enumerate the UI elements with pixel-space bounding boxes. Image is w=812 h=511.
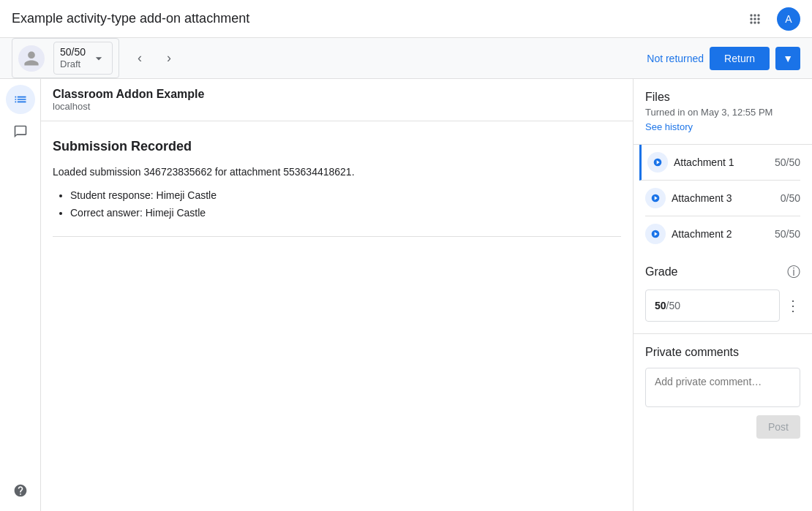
grade-input-box[interactable]: 50 /50 xyxy=(645,289,780,322)
next-student-button[interactable]: › xyxy=(157,47,181,70)
private-comment-input[interactable] xyxy=(645,368,800,407)
content-header: Classroom Addon Example localhost xyxy=(41,79,633,121)
user-avatar[interactable]: A xyxy=(777,7,800,31)
files-section-title: Files xyxy=(645,91,800,104)
comments-title: Private comments xyxy=(645,346,800,359)
student-bar-left: 50/50 Draft xyxy=(12,38,119,78)
attachment-score-3: 50/50 xyxy=(775,228,800,240)
grade-value: 50 xyxy=(655,300,666,311)
svg-point-4 xyxy=(753,21,756,23)
turned-in-text: Turned in on May 3, 12:55 PM xyxy=(645,107,800,118)
grade-header: Grade ⓘ xyxy=(645,263,800,281)
sidebar-icons xyxy=(0,79,41,511)
student-nav: ‹ › xyxy=(128,47,181,70)
svg-point-2 xyxy=(757,14,759,16)
comments-section: Private comments Post xyxy=(634,334,812,450)
not-returned-status: Not returned xyxy=(647,53,704,64)
student-avatar xyxy=(18,45,45,72)
return-dropdown-button[interactable]: ▼ xyxy=(775,47,800,70)
content-divider xyxy=(53,236,621,237)
sidebar-comment-icon-button[interactable] xyxy=(6,117,35,146)
return-button[interactable]: Return xyxy=(710,47,770,70)
attachment-score-2: 0/50 xyxy=(781,192,800,204)
attachment-left-3: Attachment 2 xyxy=(645,224,732,244)
right-panel: Files Turned in on May 3, 12:55 PM See h… xyxy=(633,79,812,511)
attachment-item-1[interactable]: Attachment 1 50/50 xyxy=(639,145,800,181)
student-bar-right: Not returned Return ▼ xyxy=(647,47,800,70)
addon-title: Classroom Addon Example xyxy=(53,88,621,101)
submission-desc: Loaded submission 346723835662 for attac… xyxy=(53,166,621,178)
post-button[interactable]: Post xyxy=(756,415,800,439)
apps-icon-button[interactable] xyxy=(742,6,768,32)
see-history-link[interactable]: See history xyxy=(645,121,693,132)
svg-point-5 xyxy=(757,21,759,23)
attachment-name-1: Attachment 1 xyxy=(674,156,734,168)
addon-subtitle: localhost xyxy=(53,101,621,112)
content-body: Submission Recorded Loaded submission 34… xyxy=(41,121,633,254)
attachments-list: Attachment 1 50/50 Attachment 3 0/50 xyxy=(634,145,812,251)
attachment-icon-1 xyxy=(647,152,668,173)
attachment-icon-3 xyxy=(645,224,666,244)
attachment-item-2[interactable]: Attachment 3 0/50 xyxy=(645,181,800,216)
svg-point-3 xyxy=(750,21,752,23)
student-bar: 50/50 Draft ‹ › Not returned Return ▼ xyxy=(0,38,812,79)
sidebar-list-icon-button[interactable] xyxy=(6,85,35,114)
comments-footer: Post xyxy=(645,415,800,439)
main-layout: Classroom Addon Example localhost Submis… xyxy=(0,79,812,511)
svg-point-0 xyxy=(750,14,752,16)
grade-total: /50 xyxy=(666,300,680,311)
student-selector[interactable]: 50/50 Draft xyxy=(53,42,113,75)
svg-point-1 xyxy=(753,14,756,16)
bullet-item: Student response: Himeji Castle xyxy=(70,189,621,201)
attachment-item-3[interactable]: Attachment 2 50/50 xyxy=(645,216,800,251)
grade-info-icon[interactable]: ⓘ xyxy=(787,263,800,281)
top-bar: Example activity-type add-on attachment … xyxy=(0,0,812,38)
prev-student-button[interactable]: ‹ xyxy=(128,47,151,70)
sidebar-help-icon-button[interactable] xyxy=(6,476,35,505)
attachment-icon-2 xyxy=(645,188,666,208)
submission-bullets: Student response: Himeji Castle Correct … xyxy=(70,189,621,219)
grade-section: Grade ⓘ 50 /50 ⋮ xyxy=(634,251,812,334)
files-section: Files Turned in on May 3, 12:55 PM See h… xyxy=(634,79,812,145)
attachment-score-1: 50/50 xyxy=(775,156,800,168)
grade-title: Grade xyxy=(645,265,677,279)
app-title: Example activity-type add-on attachment xyxy=(12,11,249,26)
attachment-left-1: Attachment 1 xyxy=(647,152,734,173)
attachment-name-3: Attachment 2 xyxy=(672,228,732,240)
top-bar-right: A xyxy=(742,6,800,32)
grade-more-button[interactable]: ⋮ xyxy=(786,297,800,314)
attachment-name-2: Attachment 3 xyxy=(672,192,732,204)
content-area: Classroom Addon Example localhost Submis… xyxy=(41,79,633,511)
submission-title: Submission Recorded xyxy=(53,139,621,154)
grade-input-row: 50 /50 ⋮ xyxy=(645,289,800,322)
attachment-left-2: Attachment 3 xyxy=(645,188,732,208)
bullet-item: Correct answer: Himeji Castle xyxy=(70,207,621,219)
